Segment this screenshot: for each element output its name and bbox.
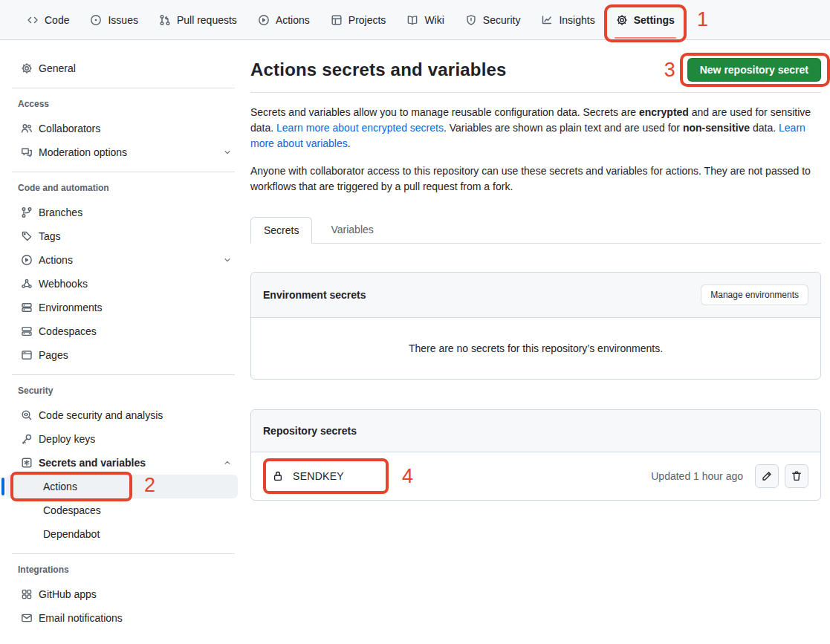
- webhook-icon: [21, 278, 33, 290]
- graph-icon: [541, 14, 553, 26]
- sidebar-item-codespaces[interactable]: Codespaces: [6, 319, 238, 343]
- manage-environments-button[interactable]: Manage environments: [701, 284, 808, 305]
- server-icon: [21, 302, 33, 313]
- annotation-number-3: 3: [664, 60, 675, 80]
- sidebar-item-code-security[interactable]: Code security and analysis: [6, 403, 238, 427]
- intro-paragraph: Secrets and variables allow you to manag…: [250, 105, 814, 152]
- lock-icon: [272, 470, 284, 482]
- codescan-icon: [21, 409, 33, 421]
- sidebar-item-actions[interactable]: Actions: [6, 248, 238, 272]
- environment-secrets-card: Environment secrets Manage environments …: [250, 272, 821, 380]
- intro-text: data.: [750, 122, 779, 134]
- link-encrypted-secrets[interactable]: Learn more about encrypted secrets: [276, 122, 444, 134]
- sidebar-subitem-actions-secrets[interactable]: Actions 2: [6, 475, 238, 498]
- divider: [12, 88, 235, 88]
- new-repository-secret-button[interactable]: New repository secret: [687, 58, 821, 82]
- intro-bold-encrypted: encrypted: [639, 106, 689, 118]
- issue-opened-icon: [90, 14, 102, 26]
- selected-item-bar: [1, 478, 4, 495]
- intro-text: . Variables are shown as plain text and …: [444, 122, 683, 134]
- secret-updated-text: Updated 1 hour ago: [651, 470, 743, 482]
- key-icon: [21, 433, 33, 445]
- sidebar-item-moderation-options[interactable]: Moderation options: [6, 140, 238, 164]
- sidebar-item-collaborators[interactable]: Collaborators: [6, 117, 238, 140]
- annotation-number-2: 2: [144, 475, 155, 495]
- nav-tab-label: Actions: [276, 14, 310, 26]
- sidebar-item-email-notifications[interactable]: Email notifications: [6, 606, 238, 630]
- sidebar-item-github-apps[interactable]: GitHub apps: [6, 582, 238, 606]
- nav-tab-pull-requests[interactable]: Pull requests: [152, 0, 244, 39]
- sidebar-item-webhooks[interactable]: Webhooks: [6, 272, 238, 296]
- nav-tab-label: Wiki: [424, 14, 444, 26]
- sidebar-item-tags[interactable]: Tags: [6, 224, 238, 248]
- nav-tab-label: Issues: [108, 14, 137, 26]
- nav-tab-label: Projects: [348, 14, 386, 26]
- sidebar-section-code-automation: Code and automation: [6, 183, 238, 193]
- nav-tab-insights[interactable]: Insights: [534, 0, 602, 39]
- sidebar-subitem-dependabot-secrets[interactable]: Dependabot: [6, 522, 238, 546]
- repository-secrets-title: Repository secrets: [263, 425, 357, 437]
- tab-variables[interactable]: Variables: [318, 217, 386, 243]
- sidebar-item-environments[interactable]: Environments: [6, 296, 238, 319]
- chevron-down-icon: [223, 256, 232, 264]
- delete-secret-button[interactable]: [785, 464, 808, 488]
- git-branch-icon: [21, 206, 33, 218]
- comment-discussion-icon: [21, 146, 33, 158]
- nav-tab-code[interactable]: Code: [19, 0, 77, 39]
- divider: [12, 172, 235, 172]
- secret-row: SENDKEY 4 Updated 1 hour ago: [251, 452, 820, 500]
- people-icon: [21, 123, 33, 134]
- sidebar-item-deploy-keys[interactable]: Deploy keys: [6, 427, 238, 451]
- edit-secret-button[interactable]: [755, 464, 779, 488]
- nav-tab-projects[interactable]: Projects: [323, 0, 394, 39]
- page-title: Actions secrets and variables: [250, 59, 507, 80]
- apps-icon: [21, 588, 33, 600]
- collaborator-paragraph: Anyone with collaborator access to this …: [250, 163, 814, 195]
- settings-sidebar: General Access Collaborators Moderation …: [0, 40, 250, 644]
- tab-secrets[interactable]: Secrets: [250, 217, 312, 244]
- play-icon: [21, 254, 33, 266]
- secret-name: SENDKEY: [293, 470, 344, 482]
- chevron-up-icon: [223, 458, 232, 467]
- shield-icon: [465, 14, 477, 26]
- repo-tab-bar: Code Issues Pull requests Actions Projec…: [0, 0, 830, 40]
- trash-icon: [791, 470, 803, 482]
- sidebar-item-branches[interactable]: Branches: [6, 201, 238, 224]
- annotation-number-4: 4: [402, 466, 413, 487]
- sidebar-item-pages[interactable]: Pages: [6, 343, 238, 367]
- browser-icon: [21, 349, 33, 361]
- gear-icon: [21, 62, 33, 74]
- intro-text: .: [348, 137, 351, 149]
- nav-tab-label: Insights: [559, 14, 594, 26]
- sidebar-subitem-codespaces-secrets[interactable]: Codespaces: [6, 498, 238, 522]
- intro-text: Secrets and variables allow you to manag…: [250, 106, 639, 118]
- nav-tab-label: Settings: [634, 14, 675, 26]
- nav-tab-actions[interactable]: Actions: [250, 0, 317, 39]
- divider: [12, 553, 235, 554]
- nav-tab-label: Security: [483, 14, 521, 26]
- repository-secrets-card: Repository secrets SENDKEY 4 Updated 1 h…: [250, 409, 821, 501]
- chevron-down-icon: [223, 148, 232, 157]
- book-icon: [406, 14, 418, 26]
- main-content: Actions secrets and variables 3 New repo…: [250, 40, 830, 644]
- nav-tab-settings[interactable]: Settings: [609, 0, 682, 39]
- nav-tab-wiki[interactable]: Wiki: [399, 0, 451, 39]
- annotation-box-4: SENDKEY: [263, 458, 389, 494]
- sidebar-section-integrations: Integrations: [6, 565, 238, 575]
- sidebar-section-security: Security: [6, 386, 238, 396]
- nav-tab-label: Pull requests: [177, 14, 237, 26]
- codespaces-icon: [21, 325, 33, 337]
- play-icon: [258, 14, 270, 26]
- tag-icon: [21, 230, 33, 242]
- mail-icon: [21, 612, 33, 624]
- secrets-variables-tabnav: Secrets Variables: [250, 217, 821, 244]
- nav-tab-label: Code: [45, 14, 69, 26]
- git-pull-request-icon: [159, 14, 171, 26]
- sidebar-item-general[interactable]: General: [6, 56, 238, 80]
- code-icon: [27, 14, 39, 26]
- intro-bold-non-sensitive: non-sensitive: [683, 122, 750, 134]
- nav-tab-security[interactable]: Security: [458, 0, 528, 39]
- pencil-icon: [761, 470, 773, 482]
- nav-tab-issues[interactable]: Issues: [82, 0, 145, 39]
- sidebar-item-secrets-and-variables[interactable]: Secrets and variables: [6, 451, 238, 475]
